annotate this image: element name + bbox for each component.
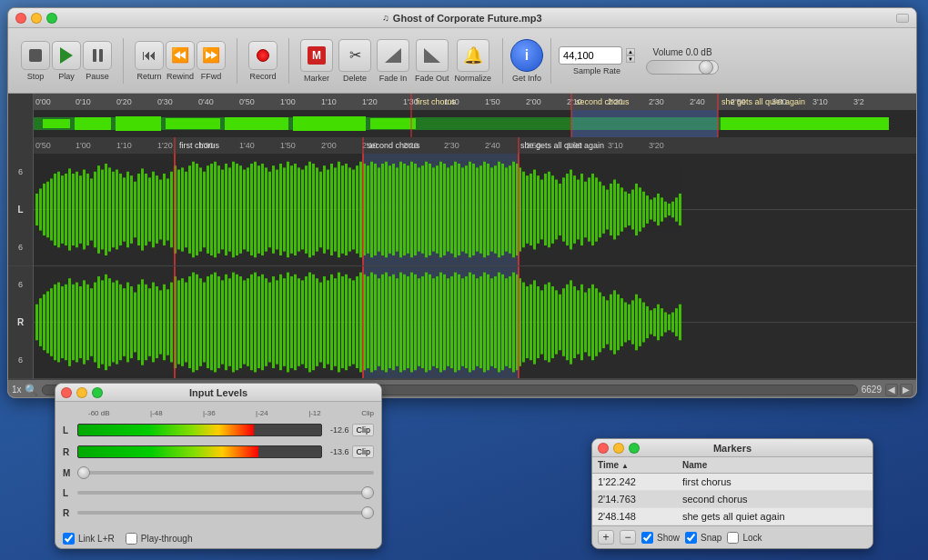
delete-button[interactable]: ✂ Delete [338, 39, 371, 83]
svg-rect-280 [126, 283, 129, 363]
main-window: ♫ Ghost of Corporate Future.mp3 Stop Pla… [7, 7, 917, 398]
svg-rect-169 [392, 164, 395, 255]
zoom-out-button[interactable]: 🔍 [25, 384, 38, 396]
table-row[interactable]: 1'22.242 first chorus [592, 474, 873, 491]
input-levels-close[interactable] [61, 387, 72, 398]
svg-rect-177 [421, 165, 424, 254]
volume-knob[interactable] [699, 60, 713, 75]
svg-rect-317 [261, 275, 264, 370]
input-levels-min[interactable] [76, 387, 87, 398]
normalize-button[interactable]: 🔔 Normalize [455, 39, 492, 83]
stop-button[interactable]: Stop [21, 41, 50, 81]
delete-shape: ✂ [349, 46, 361, 64]
svg-rect-131 [254, 162, 257, 257]
snap-checkbox[interactable] [685, 532, 697, 544]
svg-rect-189 [465, 165, 468, 254]
markers-close[interactable] [598, 443, 609, 454]
waveform-left-track[interactable] [34, 154, 916, 266]
svg-rect-157 [348, 167, 351, 251]
volume-label: Volume 0.0 dB [653, 47, 712, 57]
svg-rect-171 [399, 162, 402, 257]
svg-rect-155 [341, 165, 344, 254]
fader-m-label: M [63, 468, 74, 478]
svg-rect-304 [214, 273, 217, 373]
remove-marker-button[interactable]: − [620, 530, 636, 545]
input-levels-titlebar: Input Levels [55, 384, 381, 402]
fader-r-track[interactable] [77, 511, 374, 515]
svg-rect-226 [599, 182, 601, 238]
svg-rect-207 [530, 174, 532, 245]
sample-rate-spinner[interactable]: ▲ ▼ [626, 48, 635, 63]
svg-rect-100 [141, 168, 144, 250]
normalize-label: Normalize [455, 74, 492, 83]
markers-max[interactable] [629, 443, 640, 454]
svg-rect-143 [298, 167, 300, 251]
svg-rect-104 [156, 175, 158, 244]
svg-rect-36 [166, 118, 220, 129]
input-levels-max[interactable] [92, 387, 103, 398]
show-checkbox[interactable] [641, 532, 653, 544]
svg-rect-114 [192, 162, 195, 257]
right-scale-bottom: 6 [18, 355, 23, 365]
table-row[interactable]: 2'48.148 she gets all quiet again [592, 508, 873, 525]
fade-in-button[interactable]: Fade In [377, 39, 409, 83]
lock-checkbox[interactable] [727, 532, 739, 544]
pause-button[interactable]: Pause [83, 41, 112, 81]
svg-rect-277 [116, 280, 118, 364]
maximize-button[interactable] [46, 13, 57, 24]
svg-rect-255 [35, 305, 38, 341]
svg-rect-309 [232, 273, 235, 373]
svg-rect-232 [620, 187, 623, 231]
return-button[interactable]: ⏮ Return [135, 41, 164, 81]
ffwd-button[interactable]: ⏩ FFwd [197, 41, 226, 81]
track-ruler: 0'50 1'00 1'10 1'20 1'30 1'40 1'50 2'00 … [8, 137, 916, 154]
get-info-button[interactable]: i Get Info [510, 39, 543, 83]
svg-rect-219 [573, 175, 576, 244]
record-button[interactable]: Record [248, 41, 277, 81]
rewind-button[interactable]: ⏪ Rewind [166, 41, 195, 81]
fader-l-knob[interactable] [361, 486, 374, 499]
close-button[interactable] [15, 13, 26, 24]
svg-rect-301 [203, 283, 206, 363]
svg-rect-369 [450, 276, 453, 368]
svg-rect-229 [610, 184, 612, 235]
svg-rect-399 [559, 295, 561, 351]
meter-bar-r-container [77, 445, 322, 458]
svg-rect-342 [352, 280, 355, 364]
minimize-button[interactable] [31, 13, 42, 24]
col-time-header[interactable]: Time ▲ [592, 457, 677, 474]
clip-button-l[interactable]: Clip [352, 424, 374, 436]
svg-rect-238 [642, 192, 645, 228]
fader-m-knob[interactable] [77, 466, 90, 479]
table-row[interactable]: 2'14.763 second chorus [592, 491, 873, 508]
fader-m-track[interactable] [77, 471, 374, 475]
sep-2 [237, 38, 237, 84]
spinner-up[interactable]: ▲ [626, 48, 635, 55]
rewind-label: Rewind [166, 72, 194, 81]
marker-button[interactable]: M Marker [300, 39, 333, 83]
fader-r-knob[interactable] [361, 506, 374, 519]
fader-l-track[interactable] [77, 491, 374, 495]
scroll-right-button[interactable]: ▶ [900, 384, 913, 396]
fade-out-button[interactable]: Fade Out [415, 39, 449, 83]
spinner-down[interactable]: ▼ [626, 55, 635, 63]
fade-in-shape [383, 46, 403, 65]
waveform-right-track[interactable] [34, 266, 916, 379]
scroll-left-button[interactable]: ◀ [885, 384, 898, 396]
play-through-checkbox[interactable] [126, 533, 137, 545]
markers-min[interactable] [613, 443, 624, 454]
col-name-header[interactable]: Name [677, 457, 873, 474]
svg-rect-352 [388, 276, 391, 368]
svg-rect-338 [338, 273, 340, 373]
channel-r-label: R [63, 447, 74, 457]
svg-rect-217 [566, 174, 569, 245]
collapse-button[interactable] [896, 14, 909, 23]
link-lr-checkbox[interactable] [63, 533, 75, 545]
svg-rect-363 [429, 275, 431, 370]
play-button[interactable]: Play [52, 41, 81, 81]
add-marker-button[interactable]: + [598, 530, 614, 545]
volume-slider[interactable] [646, 60, 719, 75]
svg-rect-176 [418, 167, 420, 251]
svg-rect-361 [421, 276, 424, 368]
clip-button-r[interactable]: Clip [352, 445, 374, 458]
